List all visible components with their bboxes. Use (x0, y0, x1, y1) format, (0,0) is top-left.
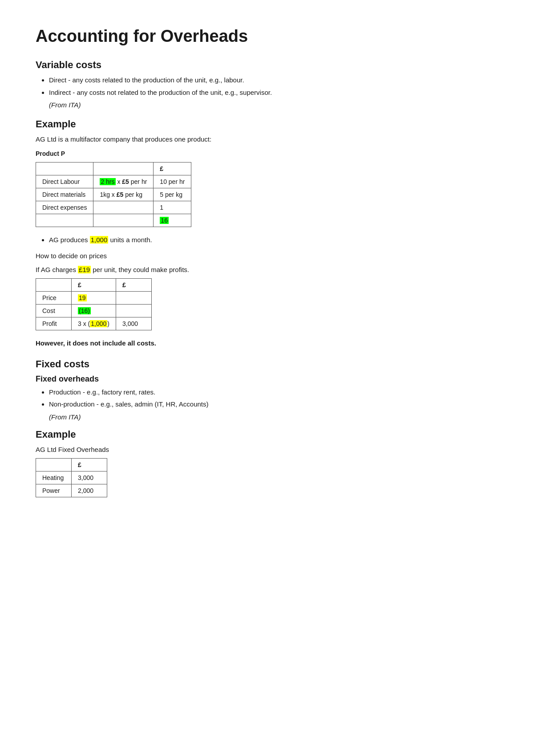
fixed-overheads-heading: Fixed overheads (36, 374, 498, 384)
fixed-overheads-item-2: Non-production - e.g., sales, admin (IT,… (49, 399, 498, 410)
fixed-overheads-list: Production - e.g., factory rent, rates. … (49, 387, 498, 410)
table-cell: 5 per kg (154, 188, 191, 201)
table-cell: Direct materials (36, 188, 93, 201)
table-row: Direct materials 1kg x £5 per kg 5 per k… (36, 188, 191, 201)
profit-table: £ £ Price 19 Cost (16) Profit 3 x (1,000… (36, 278, 152, 330)
table-cell: Cost (36, 305, 72, 317)
note-text: However, it does not include all costs. (36, 338, 498, 349)
table-cell (36, 214, 93, 227)
table-cell: 10 per hr (154, 175, 191, 188)
how-to-decide-label: How to decide on prices (36, 251, 498, 261)
table-cell: £ (116, 279, 151, 292)
table-cell: 3,000 (116, 317, 151, 330)
table-row: Direct Labour 2 hrs x £5 per hr 10 per h… (36, 175, 191, 188)
table-cell (93, 201, 154, 214)
page-title: Accounting for Overheads (36, 27, 498, 46)
heating-value-cell: 3,000 (72, 471, 107, 484)
example1-intro: AG Ltd is a multifactor company that pro… (36, 134, 498, 145)
table-cell (116, 292, 151, 305)
fixed-overheads-table: £ Heating 3,000 Power 2,000 (36, 458, 107, 497)
table-cell: 2 hrs x £5 per hr (93, 175, 154, 188)
table-cell (36, 279, 72, 292)
table-cell: 16 (154, 214, 191, 227)
fixed-costs-section: Fixed costs Fixed overheads Production -… (36, 358, 498, 421)
units-list: AG produces 1,000 units a month. (49, 235, 498, 245)
table-cell: 19 (72, 292, 116, 305)
table-cell: Direct Labour (36, 175, 93, 188)
example2-section: Example AG Ltd Fixed Overheads £ Heating… (36, 429, 498, 498)
variable-costs-item-1: Direct - any costs related to the produc… (49, 75, 498, 85)
table-cell: 3 x (1,000) (72, 317, 116, 330)
variable-costs-heading: Variable costs (36, 59, 498, 71)
table-row: £ £ (36, 279, 152, 292)
fixed-costs-heading: Fixed costs (36, 358, 498, 370)
price-sentence: If AG charges £19 per unit, they could m… (36, 265, 498, 275)
fixed-costs-source: (From ITA) (49, 413, 498, 421)
example1-heading: Example (36, 118, 498, 130)
table-cell: Price (36, 292, 72, 305)
power-cell: Power (36, 484, 72, 497)
table-row: Profit 3 x (1,000) 3,000 (36, 317, 152, 330)
table-cell (93, 214, 154, 227)
table-row: Price 19 (36, 292, 152, 305)
table-cell: Direct expenses (36, 201, 93, 214)
variable-costs-list: Direct - any costs related to the produc… (49, 75, 498, 98)
table-row: Heating 3,000 (36, 471, 107, 484)
table-row: £ (36, 162, 191, 175)
table-row: Direct expenses 1 (36, 201, 191, 214)
table-row: £ (36, 459, 107, 471)
table-cell (36, 162, 93, 175)
table-cell (116, 305, 151, 317)
pricing-section: How to decide on prices If AG charges £1… (36, 251, 498, 275)
table-cell: £ (72, 279, 116, 292)
variable-costs-section: Variable costs Direct - any costs relate… (36, 59, 498, 109)
product-label: Product P (36, 149, 498, 159)
table-row: Power 2,000 (36, 484, 107, 497)
table-cell (93, 162, 154, 175)
table-cell: Profit (36, 317, 72, 330)
variable-costs-item-2: Indirect - any costs not related to the … (49, 88, 498, 98)
table-cell: 1kg x £5 per kg (93, 188, 154, 201)
table-cell (36, 459, 72, 471)
table-cell: 1 (154, 201, 191, 214)
table-row: Cost (16) (36, 305, 152, 317)
variable-costs-source: (From ITA) (49, 101, 498, 109)
product-table: £ Direct Labour 2 hrs x £5 per hr 10 per… (36, 162, 191, 227)
table-cell: £ (154, 162, 191, 175)
table-cell: £ (72, 459, 107, 471)
table-row: 16 (36, 214, 191, 227)
example2-intro: AG Ltd Fixed Overheads (36, 445, 498, 455)
example2-heading: Example (36, 429, 498, 440)
fixed-overheads-item-1: Production - e.g., factory rent, rates. (49, 387, 498, 398)
units-item: AG produces 1,000 units a month. (49, 235, 498, 245)
table-cell: (16) (72, 305, 116, 317)
example1-section: Example AG Ltd is a multifactor company … (36, 118, 498, 349)
power-value-cell: 2,000 (72, 484, 107, 497)
heating-cell: Heating (36, 471, 72, 484)
